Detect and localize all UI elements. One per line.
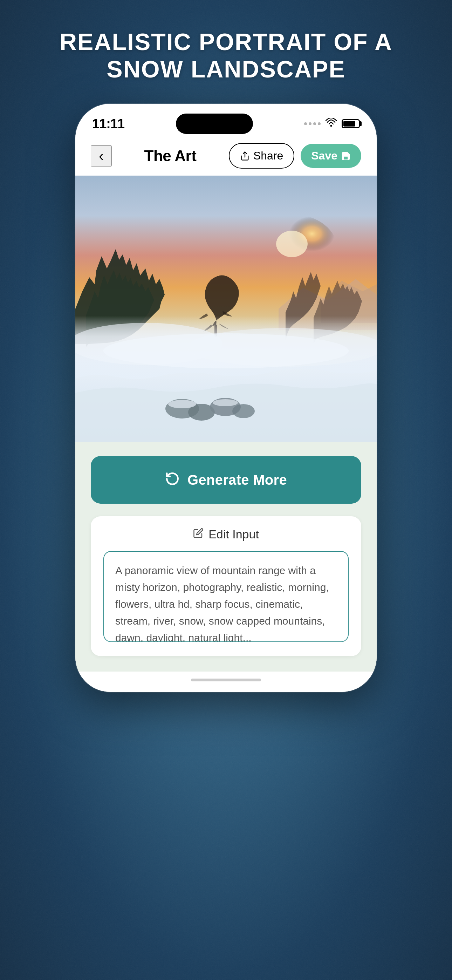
save-icon bbox=[341, 151, 351, 161]
dynamic-island bbox=[176, 114, 253, 134]
page-title: REALISTIC PORTRAIT OF A SNOW LANDSCAPE bbox=[0, 28, 452, 83]
share-button-label: Share bbox=[253, 149, 283, 162]
status-bar: 11:11 bbox=[75, 104, 377, 137]
home-bar bbox=[191, 679, 261, 681]
save-button-label: Save bbox=[311, 149, 337, 162]
signal-icon bbox=[304, 123, 321, 125]
svg-point-11 bbox=[103, 333, 349, 368]
share-icon bbox=[240, 151, 250, 161]
svg-point-15 bbox=[232, 404, 255, 418]
generate-more-button[interactable]: Generate More bbox=[91, 456, 361, 504]
nav-bar: ‹ The Art Share Save bbox=[75, 137, 377, 176]
svg-point-16 bbox=[168, 400, 196, 408]
edit-input-title: Edit Input bbox=[208, 528, 259, 541]
svg-point-6 bbox=[276, 231, 308, 257]
content-area: Generate More Edit Input bbox=[75, 442, 377, 671]
svg-point-17 bbox=[213, 399, 238, 406]
back-button[interactable]: ‹ bbox=[91, 145, 112, 167]
generate-icon bbox=[165, 471, 180, 488]
prompt-textarea[interactable] bbox=[103, 551, 349, 642]
svg-point-0 bbox=[330, 125, 332, 127]
nav-title: The Art bbox=[144, 147, 197, 165]
pencil-icon bbox=[193, 528, 204, 541]
home-indicator-area bbox=[75, 671, 377, 692]
svg-rect-3 bbox=[345, 152, 347, 154]
edit-input-header: Edit Input bbox=[103, 528, 349, 541]
status-icons bbox=[304, 118, 360, 130]
battery-icon bbox=[342, 119, 360, 128]
status-time: 11:11 bbox=[92, 116, 124, 131]
generate-more-label: Generate More bbox=[188, 472, 287, 488]
landscape-image bbox=[75, 176, 377, 442]
back-arrow-icon: ‹ bbox=[99, 149, 104, 163]
wifi-icon bbox=[326, 118, 337, 130]
save-button[interactable]: Save bbox=[301, 144, 361, 168]
phone-mockup: 11:11 bbox=[75, 104, 377, 692]
share-button[interactable]: Share bbox=[229, 143, 294, 169]
edit-input-card: Edit Input bbox=[91, 516, 361, 656]
svg-rect-2 bbox=[344, 156, 348, 159]
nav-action-buttons: Share Save bbox=[229, 143, 361, 169]
